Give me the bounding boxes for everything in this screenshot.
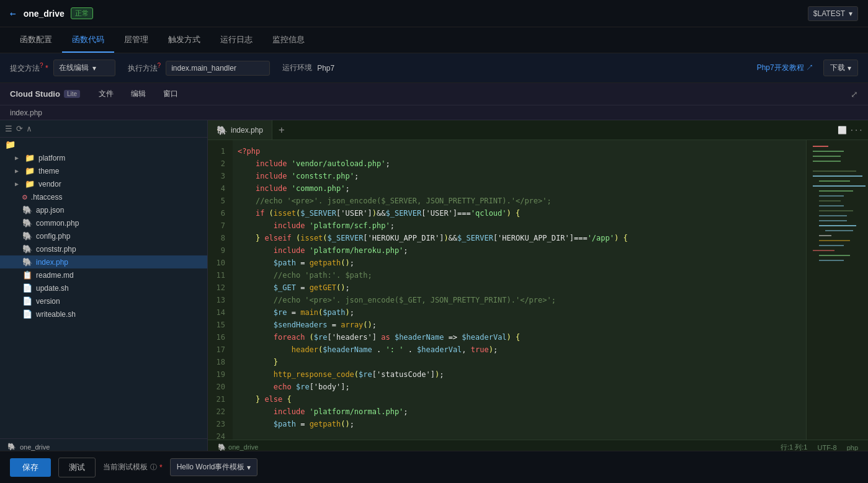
doc-link[interactable]: Php7开发教程 ↗ <box>757 63 813 73</box>
tree-items: 📁 ▶ 📁 platform ▶ 📁 theme ▶ 📁 vendor <box>0 138 207 438</box>
conststrphp-label: conststr.php <box>36 245 76 254</box>
version-dropdown-icon: ▾ <box>849 9 852 18</box>
writeablesh-icon: 📄 <box>22 309 32 319</box>
appjson-icon: 🐘 <box>22 205 32 215</box>
code-content[interactable]: <?php include 'vendor/autoload.php'; inc… <box>233 140 806 440</box>
studio-bar: Cloud Studio Lite 文件 编辑 窗口 ⤢ <box>0 83 868 105</box>
split-icon[interactable]: ⬜ <box>838 126 847 135</box>
tree-item-vendor[interactable]: ▶ 📁 vendor <box>0 177 207 190</box>
theme-folder-icon: 📁 <box>25 166 35 175</box>
tree-item-readmemd[interactable]: 📋 readme.md <box>0 268 207 281</box>
template-prefix: 当前测试模板 <box>103 462 148 472</box>
env-group: 运行环境 Php7 <box>282 63 334 73</box>
submit-method-select[interactable]: 在线编辑 ▾ <box>53 60 115 76</box>
studio-nav-window[interactable]: 窗口 <box>154 85 187 103</box>
htaccess-icon: ⚙ <box>22 192 27 202</box>
code-tab-indexphp[interactable]: 🐘 index.php <box>208 120 272 140</box>
toolbar: 提交方法? * 在线编辑 ▾ 执行方法? 运行环境 Php7 Php7开发教程 … <box>0 53 868 83</box>
env-value: Php7 <box>317 64 334 73</box>
tab-php-icon: 🐘 <box>217 125 227 135</box>
studio-nav-edit[interactable]: 编辑 <box>122 85 154 103</box>
tab-layer-manage[interactable]: 层管理 <box>114 28 158 53</box>
bottom-bar: 保存 测试 当前测试模板 ⓘ * Hello World事件模板 ▾ <box>0 451 868 483</box>
status-badge: 正常 <box>71 7 93 19</box>
configphp-icon: 🐘 <box>22 231 32 241</box>
htaccess-label: .htaccess <box>31 193 63 202</box>
readmemd-icon: 📋 <box>22 270 32 280</box>
tree-item-writeablesh[interactable]: 📄 writeable.sh <box>0 308 207 321</box>
exec-label: 执行方法? <box>128 62 161 74</box>
version-label: version <box>36 297 60 306</box>
expand-icon[interactable]: ⤢ <box>851 89 858 99</box>
version-select[interactable]: $LATEST ▾ <box>808 6 858 21</box>
vendor-label: vendor <box>38 180 61 188</box>
app-name: one_drive <box>24 9 65 19</box>
tree-item-version[interactable]: 📄 version <box>0 295 207 308</box>
toolbar-right: Php7开发教程 ↗ 下载 ▾ <box>757 60 858 76</box>
code-tabs: 🐘 index.php + ⬜ ··· <box>208 120 868 140</box>
nav-tabs: 函数配置 函数代码 层管理 触发方式 运行日志 监控信息 <box>0 27 868 53</box>
file-tree: ☰ ⟳ ∧ 📁 ▶ 📁 platform ▶ 📁 theme <box>0 120 208 454</box>
template-required: * <box>159 463 163 472</box>
tree-collapse-icon[interactable]: ∧ <box>27 124 32 133</box>
tree-item-conststrphp[interactable]: 🐘 conststr.php <box>0 242 207 255</box>
tree-item-htaccess[interactable]: ⚙ .htaccess <box>0 190 207 203</box>
tree-list-icon[interactable]: ☰ <box>5 124 12 133</box>
writeablesh-label: writeable.sh <box>36 310 76 319</box>
indexphp-icon: 🐘 <box>22 257 32 267</box>
platform-arrow: ▶ <box>15 154 22 161</box>
template-select[interactable]: Hello World事件模板 ▾ <box>170 458 258 476</box>
commonphp-icon: 🐘 <box>22 218 32 228</box>
updatesh-icon: 📄 <box>22 283 32 293</box>
download-dropdown-icon: ▾ <box>848 64 851 73</box>
platform-label: platform <box>38 154 65 162</box>
template-name: Hello World事件模板 <box>177 462 245 472</box>
tree-item-appjson[interactable]: 🐘 app.json <box>0 203 207 216</box>
download-button[interactable]: 下载 ▾ <box>823 60 858 76</box>
code-editor[interactable]: 12345 678910 1112131415 1617181920 21222… <box>208 140 868 440</box>
submit-label: 提交方法? * <box>10 62 48 74</box>
tab-functions-config[interactable]: 函数配置 <box>10 28 62 53</box>
appjson-label: app.json <box>36 206 64 215</box>
tree-item-indexphp[interactable]: 🐘 index.php <box>0 255 207 268</box>
save-button[interactable]: 保存 <box>10 458 51 477</box>
file-path-bar: index.php <box>0 105 868 120</box>
env-label: 运行环境 <box>282 63 312 73</box>
studio-title: Cloud Studio <box>10 89 60 99</box>
back-button[interactable]: ← <box>10 7 16 19</box>
exec-method-input[interactable] <box>166 61 270 76</box>
tree-item-platform[interactable]: ▶ 📁 platform <box>0 151 207 164</box>
submit-method-dropdown-icon: ▾ <box>92 64 96 73</box>
submit-method-value: 在线编辑 <box>59 63 89 73</box>
tree-refresh-icon[interactable]: ⟳ <box>16 124 23 133</box>
tab-trigger[interactable]: 触发方式 <box>158 28 210 53</box>
status-language: php <box>847 444 858 451</box>
template-info-icon: ⓘ <box>150 463 157 472</box>
tree-item-commonphp[interactable]: 🐘 common.php <box>0 216 207 229</box>
line-numbers: 12345 678910 1112131415 1617181920 21222… <box>208 140 233 440</box>
main-content: ☰ ⟳ ∧ 📁 ▶ 📁 platform ▶ 📁 theme <box>0 120 868 454</box>
tree-root-folder[interactable]: 📁 <box>0 138 207 151</box>
more-icon[interactable]: ··· <box>849 126 863 135</box>
tree-item-configphp[interactable]: 🐘 config.php <box>0 229 207 242</box>
tab-filename: index.php <box>231 126 263 135</box>
test-template-group: 当前测试模板 ⓘ * <box>103 462 163 472</box>
tree-toolbar: ☰ ⟳ ∧ <box>0 120 207 138</box>
tab-monitor[interactable]: 监控信息 <box>262 28 315 53</box>
tree-status-label: one_drive <box>20 443 50 451</box>
download-label: 下载 <box>830 63 845 73</box>
tab-run-log[interactable]: 运行日志 <box>210 28 262 53</box>
test-button[interactable]: 测试 <box>58 458 96 477</box>
conststrphp-icon: 🐘 <box>22 244 32 254</box>
file-path-label: index.php <box>10 109 42 117</box>
studio-nav-file[interactable]: 文件 <box>90 85 122 103</box>
tree-item-updatesh[interactable]: 📄 update.sh <box>0 281 207 295</box>
code-tab-add[interactable]: + <box>272 124 291 136</box>
configphp-label: config.php <box>36 232 70 241</box>
tab-functions-code[interactable]: 函数代码 <box>62 28 114 53</box>
minimap <box>806 140 868 440</box>
tree-item-theme[interactable]: ▶ 📁 theme <box>0 164 207 177</box>
updatesh-label: update.sh <box>36 284 69 293</box>
version-label: $LATEST <box>813 9 845 18</box>
theme-arrow: ▶ <box>15 167 22 174</box>
